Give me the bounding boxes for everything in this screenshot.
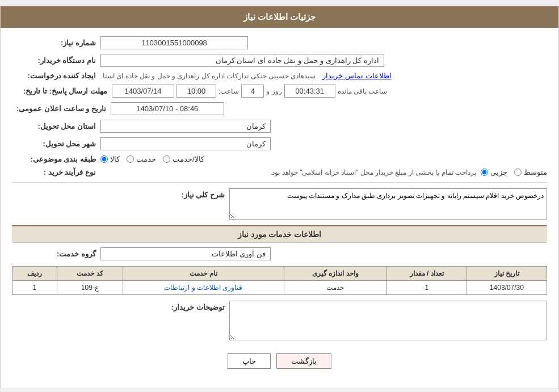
- footer-buttons: بازگشت چاپ: [12, 345, 547, 380]
- kala-label: کالا: [110, 155, 120, 163]
- col-service-name: نام خدمت: [123, 267, 284, 281]
- deadline-date-value: 1403/07/14: [112, 85, 174, 98]
- col-service-code: کد خدمت: [57, 267, 123, 281]
- back-button[interactable]: بازگشت: [276, 353, 331, 369]
- creator-row: اطلاعات تماس خریدار سیدهادی حسینی جتکی ت…: [12, 71, 547, 80]
- radio-kala-input[interactable]: [100, 155, 108, 163]
- days-value: 4: [241, 85, 264, 98]
- days-label: روز و: [266, 87, 281, 95]
- description-label: شرح کلی نیاز:: [168, 188, 225, 199]
- buyer-org-value: اداره کل راهداری و حمل و نقل جاده ای است…: [100, 54, 384, 67]
- subject-radio-group: کالا/خدمت خدمت کالا: [100, 155, 204, 163]
- description-textarea[interactable]: <script>document.addEventListener('DOMCo…: [229, 188, 547, 220]
- time-value: 10:00: [176, 85, 216, 98]
- cell-service-name: فناوری اطلاعات و ارتباطات: [123, 281, 284, 295]
- service-group-row: فن آوری اطلاعات گروه خدمت:: [12, 247, 547, 260]
- radio-khedmat[interactable]: خدمت: [127, 155, 156, 163]
- table-header-row: تاریخ نیاز تعداد / مقدار واحد اندازه گیر…: [12, 267, 547, 281]
- radio-jozii-input[interactable]: [481, 168, 488, 176]
- table-row: 1403/07/30 1 خدمت فناوری اطلاعات و ارتبا…: [12, 281, 547, 295]
- subject-label: طبقه بندی موضوعی:: [16, 155, 96, 163]
- province-value: کرمان: [100, 120, 271, 133]
- buyer-desc-row: توضیحات خریدار:: [12, 301, 547, 340]
- remaining-label: ساعت باقی مانده: [338, 87, 388, 95]
- services-section-title: اطلاعات خدمات مورد نیاز: [12, 225, 547, 243]
- service-group-value: فن آوری اطلاعات: [100, 247, 271, 260]
- services-table-section: تاریخ نیاز تعداد / مقدار واحد اندازه گیر…: [12, 266, 547, 295]
- cell-unit: خدمت: [284, 281, 386, 295]
- province-row: کرمان استان محل تحویل:: [12, 120, 547, 133]
- cell-service-code: ع-109: [57, 281, 123, 295]
- khedmat-label: خدمت: [136, 155, 156, 163]
- motavasset-label: متوسط: [524, 168, 547, 176]
- purchase-label: نوع فرآیند خرید :: [16, 168, 96, 176]
- time-label: ساعت:: [218, 87, 239, 95]
- radio-kala[interactable]: کالا: [100, 155, 120, 163]
- remaining-group: ساعت باقی مانده 00:43:31 روز و 4 ساعت: 1…: [112, 85, 387, 98]
- col-quantity: تعداد / مقدار: [386, 267, 466, 281]
- creator-contact-link[interactable]: اطلاعات تماس خریدار: [322, 71, 391, 80]
- city-value: کرمان: [100, 137, 271, 150]
- need-number-value: 1103001551000098: [100, 36, 248, 49]
- radio-khedmat-input[interactable]: [127, 155, 134, 163]
- buyer-desc-textarea[interactable]: [229, 301, 547, 340]
- page-title: جزئیات اطلاعات نیاز: [243, 12, 316, 22]
- buyer-desc-label: توضیحات خریدار:: [168, 301, 225, 311]
- radio-kala-khedmat-input[interactable]: [163, 155, 170, 163]
- creator-label: ایجاد کننده درخواست:: [16, 71, 96, 80]
- city-label: شهر محل تحویل:: [16, 140, 96, 148]
- announce-label: تاریخ و ساعت اعلان عمومی:: [16, 104, 106, 113]
- page-wrapper: جزئیات اطلاعات نیاز 1103001551000098 شما…: [0, 6, 559, 389]
- city-row: کرمان شهر محل تحویل:: [12, 137, 547, 150]
- purchase-note: پرداخت تمام یا بخشی از مبلغ خریدار محل "…: [270, 168, 476, 176]
- col-row-num: ردیف: [12, 267, 57, 281]
- subject-row: کالا/خدمت خدمت کالا طبقه بندی موضوعی:: [12, 155, 547, 163]
- divider1: [12, 182, 547, 183]
- services-table: تاریخ نیاز تعداد / مقدار واحد اندازه گیر…: [12, 266, 547, 295]
- description-row: <script>document.addEventListener('DOMCo…: [12, 188, 547, 220]
- content-area: 1103001551000098 شماره نیاز: اداره کل را…: [1, 28, 558, 389]
- jozii-label: جزیی: [490, 168, 507, 176]
- announce-value: 1403/07/10 - 08:46: [111, 102, 224, 115]
- remaining-value: 00:43:31: [284, 85, 335, 98]
- kala-khedmat-label: کالا/خدمت: [173, 155, 204, 163]
- radio-jozii[interactable]: جزیی: [481, 168, 507, 176]
- cell-quantity: 1: [386, 281, 466, 295]
- service-group-label: گروه خدمت:: [16, 250, 96, 258]
- col-unit: واحد اندازه گیری: [284, 267, 386, 281]
- buyer-org-label: نام دستگاه خریدار:: [16, 56, 96, 65]
- radio-motavasset[interactable]: متوسط: [514, 168, 547, 176]
- deadline-label: مهلت ارسال پاسخ: تا تاریخ:: [16, 87, 107, 95]
- cell-date: 1403/07/30: [466, 281, 547, 295]
- need-number-row: 1103001551000098 شماره نیاز:: [12, 36, 547, 49]
- radio-kala-khedmat[interactable]: کالا/خدمت: [163, 155, 204, 163]
- purchase-group: متوسط جزیی پرداخت تمام یا بخشی از مبلغ خ…: [100, 168, 547, 176]
- need-number-label: شماره نیاز:: [16, 39, 96, 47]
- print-button[interactable]: چاپ: [228, 353, 271, 369]
- deadline-row: ساعت باقی مانده 00:43:31 روز و 4 ساعت: 1…: [12, 85, 547, 98]
- announce-row: 1403/07/10 - 08:46 تاریخ و ساعت اعلان عم…: [12, 102, 547, 115]
- col-date: تاریخ نیاز: [466, 267, 547, 281]
- province-label: استان محل تحویل:: [16, 122, 96, 130]
- creator-name: سیدهادی حسینی جتکی تدارکات اداره کل راهد…: [103, 72, 316, 80]
- purchase-radio-group: متوسط جزیی: [481, 168, 547, 176]
- buyer-org-row: اداره کل راهداری و حمل و نقل جاده ای است…: [12, 54, 547, 67]
- page-header: جزئیات اطلاعات نیاز: [1, 6, 558, 28]
- purchase-row: متوسط جزیی پرداخت تمام یا بخشی از مبلغ خ…: [12, 168, 547, 176]
- radio-motavasset-input[interactable]: [514, 168, 522, 176]
- cell-row-num: 1: [12, 281, 57, 295]
